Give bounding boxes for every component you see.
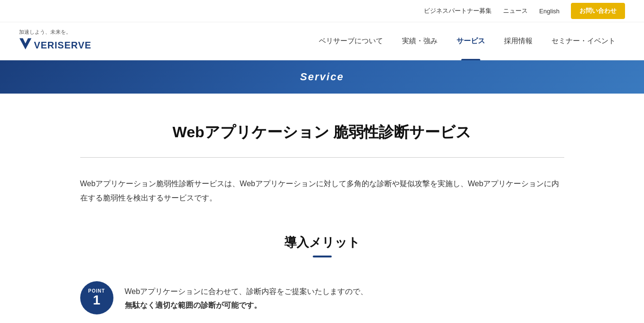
logo-tagline: 加速しよう、未来を。 <box>19 28 71 36</box>
logo[interactable]: VERISERVE <box>19 37 114 54</box>
nav-achievements[interactable]: 実績・強み <box>392 22 447 60</box>
heading-underline <box>313 256 332 257</box>
point-item-1: POINT 1 Webアプリケーションに合わせて、診断内容をご提案いたしますので… <box>80 281 564 314</box>
svg-marker-0 <box>19 38 31 49</box>
point-text-normal-1: Webアプリケーションに合わせて、診断内容をご提案いたしますので、 <box>125 287 368 295</box>
point-badge-number-1: 1 <box>93 294 101 307</box>
english-link[interactable]: English <box>539 8 560 15</box>
nav-seminar[interactable]: セミナー・イベント <box>542 22 625 60</box>
nav-service[interactable]: サービス <box>447 22 495 60</box>
nav-about[interactable]: ベリサーブについて <box>309 22 392 60</box>
site-header: 加速しよう、未来を。 VERISERVE ベリサーブについて 実績・強み サービ… <box>0 22 644 60</box>
contact-button[interactable]: お問い合わせ <box>571 3 625 19</box>
hero-banner: Service <box>0 60 644 94</box>
news-link[interactable]: ニュース <box>503 7 528 15</box>
point-badge-1: POINT 1 <box>80 281 113 314</box>
hero-banner-text: Service <box>300 71 344 83</box>
title-divider <box>80 157 564 158</box>
point-text-bold-1: 無駄なく適切な範囲の診断が可能です。 <box>125 301 261 309</box>
point-content-1: Webアプリケーションに合わせて、診断内容をご提案いたしますので、 無駄なく適切… <box>125 281 368 313</box>
top-utility-bar: ビジネスパートナー募集 ニュース English お問い合わせ <box>0 0 644 22</box>
page-title: Webアプリケーション 脆弱性診断サービス <box>80 122 564 143</box>
business-partner-link[interactable]: ビジネスパートナー募集 <box>424 7 492 15</box>
veriserve-logo-svg: VERISERVE <box>19 37 114 54</box>
point-list: POINT 1 Webアプリケーションに合わせて、診断内容をご提案いたしますので… <box>80 281 564 314</box>
main-content: Webアプリケーション 脆弱性診断サービス Webアプリケーション脆弱性診断サー… <box>61 94 583 323</box>
svg-text:VERISERVE: VERISERVE <box>34 40 92 50</box>
main-nav: ベリサーブについて 実績・強み サービス 採用情報 セミナー・イベント <box>309 22 625 60</box>
merit-heading-text: 導入メリット <box>80 234 564 251</box>
logo-area[interactable]: 加速しよう、未来を。 VERISERVE <box>19 28 114 54</box>
service-description: Webアプリケーション脆弱性診断サービスは、Webアプリケーションに対して多角的… <box>80 177 564 206</box>
merit-section-heading: 導入メリット <box>80 234 564 257</box>
nav-recruit[interactable]: 採用情報 <box>495 22 542 60</box>
